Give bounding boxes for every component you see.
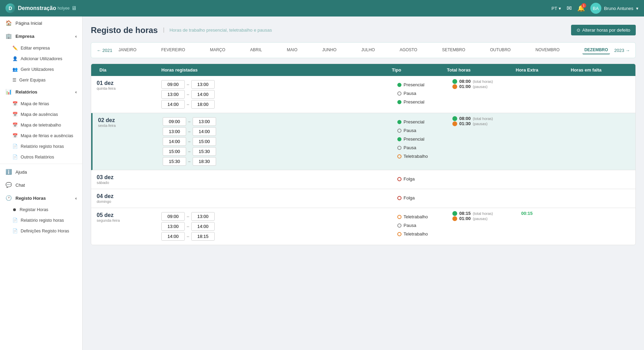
- app-logo[interactable]: D Demonstração: [6, 3, 56, 13]
- month-navigation: ← 2021 JANEIRO FEVEREIRO MARÇO ABRIL MAI…: [91, 42, 636, 58]
- time-end-02-3[interactable]: [193, 137, 216, 146]
- month-mar[interactable]: MARÇO: [208, 46, 227, 54]
- absence-icon: 📅: [12, 112, 18, 117]
- total-col-02: 08:00 (total horas) 01:30 (pausas): [450, 113, 518, 170]
- sidebar-item-definicoes-registo-horas[interactable]: 📄 Definições Registo Horas: [0, 226, 82, 236]
- tipo-02-5: Teletrabalho: [397, 152, 447, 159]
- extra-col-02: [518, 113, 573, 170]
- sidebar-item-relatorio-registo-horas[interactable]: 📄 Relatório registo horas: [0, 141, 82, 152]
- day-date-03: 03 dez: [97, 174, 152, 181]
- month-apr[interactable]: ABRIL: [248, 46, 264, 54]
- entries-col-05: – – –: [159, 208, 395, 245]
- time-end-05-1[interactable]: [191, 212, 215, 221]
- time-start-02-4[interactable]: [163, 147, 186, 156]
- sidebar-item-mapa-ferias[interactable]: 📅 Mapa de férias: [0, 98, 82, 109]
- month-feb[interactable]: FEVEREIRO: [159, 46, 187, 54]
- add-user-icon: 👤: [12, 56, 18, 61]
- time-start-02-1[interactable]: [163, 117, 186, 126]
- language-selector[interactable]: PT ▾: [551, 6, 561, 11]
- month-aug[interactable]: AGOSTO: [398, 46, 419, 54]
- main-content: Registo de horas Horas de trabalho prese…: [83, 17, 644, 350]
- building-icon: 🏢: [6, 33, 12, 39]
- month-list: JANEIRO FEVEREIRO MARÇO ABRIL MAIO JUNHO…: [117, 46, 610, 54]
- time-end-02-4[interactable]: [193, 147, 216, 156]
- falta-col-02: [573, 113, 635, 170]
- time-start-02-2[interactable]: [163, 127, 186, 136]
- settings-icon: 📄: [12, 228, 18, 233]
- table-header: Dia Horas registadas Tipo Total horas Ho…: [91, 64, 635, 76]
- time-end-01-3[interactable]: [191, 100, 215, 109]
- day-weekday-02: sexta-feira: [98, 123, 153, 128]
- tipo-02-1: Presencial: [397, 117, 447, 124]
- time-start-05-1[interactable]: [161, 212, 185, 221]
- month-sep[interactable]: SETEMBRO: [440, 46, 467, 54]
- notification-badge: 1: [581, 3, 586, 8]
- time-end-05-2[interactable]: [191, 222, 215, 231]
- notification-icon[interactable]: 🔔 1: [577, 4, 585, 12]
- time-end-02-5[interactable]: [193, 157, 216, 166]
- time-start-05-2[interactable]: [161, 222, 185, 231]
- reports-icon: 📊: [6, 89, 12, 95]
- time-start-02-3[interactable]: [163, 137, 186, 146]
- report-icon: 📄: [12, 144, 18, 149]
- sidebar-item-adicionar-utilizadores[interactable]: 👤 Adicionar Utilizadores: [0, 53, 82, 64]
- sidebar-item-ajuda[interactable]: ℹ️ Ajuda: [0, 165, 82, 178]
- sidebar-item-gerir-equipas[interactable]: ☰ Gerir Equipas: [0, 75, 82, 85]
- sidebar-item-editar-empresa[interactable]: ✏️ Editar empresa: [0, 43, 82, 53]
- topbar-right: PT ▾ ✉ 🔔 1 BA Bruno Antunes ▾: [551, 3, 638, 14]
- mail-icon[interactable]: ✉: [567, 4, 572, 12]
- total-05-1: 08:15 (total horas): [452, 211, 516, 216]
- company-name: holyee 🖥: [57, 5, 76, 11]
- sidebar-item-mapa-ferias-ausencias[interactable]: 📅 Mapa de férias e ausências: [0, 130, 82, 141]
- sidebar-item-chat[interactable]: 💬 Chat: [0, 178, 82, 192]
- time-end-02-2[interactable]: [193, 127, 216, 136]
- tipo-01-1: Presencial: [397, 80, 447, 87]
- month-dec[interactable]: DEZEMBRO: [582, 46, 610, 54]
- time-range-02-1: –: [163, 117, 392, 126]
- sidebar-item-gerir-utilizadores[interactable]: 👥 Gerir Utilizadores: [0, 64, 82, 75]
- sidebar-item-relatorios[interactable]: 📊 Relatórios ‹: [0, 85, 82, 98]
- month-nov[interactable]: NOVEMBRO: [534, 46, 562, 54]
- time-start-02-5[interactable]: [163, 157, 186, 166]
- day-date-01: 01 dez: [97, 80, 152, 86]
- month-may[interactable]: MAIO: [285, 46, 300, 54]
- sidebar-item-pagina-inicial[interactable]: 🏠 Página Inicial: [0, 17, 82, 30]
- next-year-button[interactable]: 2023 →: [614, 48, 630, 53]
- change-default-hours-button[interactable]: ⊙ Alterar horas por defeito: [571, 25, 636, 35]
- month-jul[interactable]: JULHO: [359, 46, 377, 54]
- sidebar-item-outros-relatorios[interactable]: 📄 Outros Relatórios: [0, 152, 82, 162]
- chat-icon: 💬: [6, 182, 12, 188]
- month-jan[interactable]: JANEIRO: [117, 46, 139, 54]
- vacation-absence-icon: 📅: [12, 133, 18, 138]
- time-start-01-2[interactable]: [161, 90, 185, 99]
- sidebar-item-mapa-teletrabalho[interactable]: 📅 Mapa de teletrabalho: [0, 120, 82, 130]
- tipo-col-01: Presencial Pausa Presencial: [395, 76, 450, 113]
- extra-col-01: [518, 76, 573, 113]
- main-layout: 🏠 Página Inicial 🏢 Empresa ‹ ✏️ Editar e…: [0, 17, 644, 350]
- header-horas-registadas: Horas registadas: [159, 67, 389, 73]
- sidebar-item-mapa-ausencias[interactable]: 📅 Mapa de ausências: [0, 109, 82, 120]
- tipo-05-3: Teletrabalho: [397, 229, 447, 237]
- month-oct[interactable]: OUTUBRO: [488, 46, 513, 54]
- total-col-01: 08:00 (total horas) 01:00 (pausas): [450, 76, 518, 113]
- time-start-01-1[interactable]: [161, 80, 185, 89]
- sidebar-item-empresa[interactable]: 🏢 Empresa ‹: [0, 30, 82, 43]
- time-range-05-3: –: [161, 232, 392, 241]
- month-jun[interactable]: JUNHO: [320, 46, 339, 54]
- total-01-2: 01:00 (pausas): [452, 84, 516, 89]
- sidebar-item-registo-horas[interactable]: 🕐 Registo Horas ‹: [0, 192, 82, 205]
- time-start-01-3[interactable]: [161, 100, 185, 109]
- time-range-01-2: –: [161, 90, 392, 99]
- time-end-01-1[interactable]: [191, 80, 215, 89]
- time-end-02-1[interactable]: [193, 117, 216, 126]
- sidebar-item-registar-horas[interactable]: ⏺ Registar Horas: [0, 205, 82, 215]
- time-end-01-2[interactable]: [191, 90, 215, 99]
- entries-col-01: – – –: [159, 76, 395, 113]
- time-end-05-3[interactable]: [191, 232, 215, 241]
- tipo-dot-presencial: [397, 83, 401, 87]
- sidebar-item-relatorio-registo-horas2[interactable]: 📄 Relatório registo horas: [0, 215, 82, 226]
- time-range-02-4: –: [163, 147, 392, 156]
- time-start-05-3[interactable]: [161, 232, 185, 241]
- user-menu[interactable]: BA Bruno Antunes ▾: [590, 3, 638, 14]
- prev-year-button[interactable]: ← 2021: [97, 48, 112, 53]
